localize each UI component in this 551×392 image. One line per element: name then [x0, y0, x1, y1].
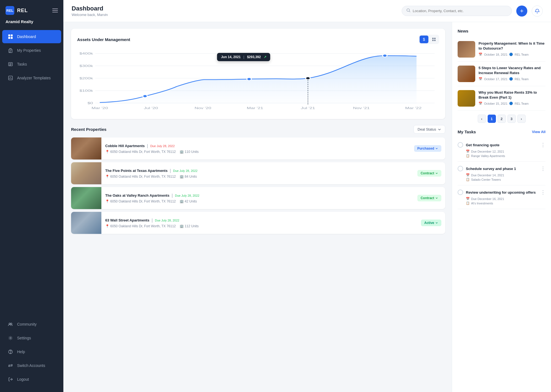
task-item: Review underwriting for upcoming offers … [458, 185, 545, 209]
page-title: Dashboard [72, 5, 108, 12]
property-info: Cobble Hill Apartments | Due July 28, 20… [105, 141, 410, 156]
sidebar-item-my-properties[interactable]: My Properties [2, 44, 61, 57]
task-item-header: Schedule survey and phase 1 ⋮ [458, 166, 545, 172]
property-status-badge[interactable]: Contract [417, 170, 441, 177]
view-all-button[interactable]: View All [532, 130, 545, 134]
property-address: 📍 6050 Oakland Hills Dr, Fort Worth, TX … [105, 150, 410, 154]
property-name-row: 63 Wall Street Apartments | Due July 28,… [105, 218, 417, 223]
news-headline[interactable]: 5 Steps to Lower Vacancy Rates and Incre… [479, 66, 545, 75]
table-icon: 📋 [466, 201, 470, 205]
svg-text:$300k: $300k [79, 64, 93, 68]
logout-icon [8, 377, 13, 382]
task-property: 📋 Range Valley Apartments [466, 154, 545, 158]
news-thumbnail [458, 90, 475, 107]
property-address: 📍 6050 Oakland Hills Dr, Fort Worth, TX … [105, 199, 414, 203]
question-icon [8, 349, 13, 355]
sidebar-item-tasks[interactable]: Tasks [2, 58, 61, 71]
task-meta: 📅 Due December 12, 2021 📋 Range Valley A… [466, 150, 545, 158]
chart-container: $400k $300k $200k $100k $0 [77, 48, 439, 115]
chart-toggle-grid[interactable] [430, 36, 438, 43]
svg-rect-0 [8, 34, 10, 36]
property-due: Due July 28, 2022 [175, 194, 199, 197]
hamburger-menu[interactable] [52, 9, 58, 12]
task-name: Get financing quote [466, 143, 538, 147]
svg-rect-26 [434, 40, 436, 41]
pagination-prev[interactable]: ‹ [478, 115, 486, 123]
search-bar[interactable] [402, 6, 512, 16]
chart-toggle-dollar[interactable]: $ [420, 36, 428, 43]
chevron-down-icon [438, 128, 441, 131]
task-more-button[interactable]: ⋮ [541, 166, 545, 172]
property-list: Cobble Hill Apartments | Due July 28, 20… [71, 137, 445, 234]
svg-text:Mar '21: Mar '21 [247, 106, 263, 110]
svg-text:Nov '21: Nov '21 [353, 106, 370, 110]
news-headline[interactable]: Property Management: When Is it Time to … [479, 41, 545, 51]
news-item: Why you Must Raise Rents 33% to Break Ev… [458, 86, 545, 111]
tooltip-date: Jun 14, 2021 [221, 55, 241, 59]
sidebar-item-dashboard[interactable]: Dashboard [2, 30, 61, 43]
property-status-badge[interactable]: Active [421, 220, 441, 226]
recent-properties-title: Recent Properties [71, 127, 106, 132]
building-icon [8, 48, 13, 53]
news-content: Why you Must Raise Rents 33% to Break Ev… [479, 90, 545, 105]
pagination-next[interactable]: › [517, 115, 526, 123]
calendar-icon: 📅 [466, 197, 470, 201]
task-checkbox[interactable] [458, 190, 463, 195]
add-button[interactable]: + [516, 6, 527, 17]
pagination-page-1[interactable]: 1 [488, 115, 496, 123]
sidebar-item-label: Logout [17, 377, 29, 382]
property-status-badge[interactable]: Purchased [414, 145, 441, 152]
property-image [71, 137, 101, 159]
property-status-badge[interactable]: Contract [417, 195, 441, 201]
property-name-row: The Five Points at Texas Apartments | Du… [105, 168, 414, 173]
sidebar-logo-area: REL REL [0, 0, 63, 19]
task-more-button[interactable]: ⋮ [541, 142, 545, 148]
recent-properties-section: Recent Properties Deal Status [71, 125, 445, 234]
sidebar-item-switch-accounts[interactable]: Switch Accounts [2, 359, 61, 372]
calendar-icon: 📅 [479, 102, 482, 105]
sidebar-item-logout[interactable]: Logout [2, 373, 61, 386]
property-image [71, 187, 101, 209]
chevron-down-icon [435, 197, 438, 199]
task-item: Get financing quote ⋮ 📅 Due December 12,… [458, 138, 545, 162]
svg-rect-3 [11, 37, 13, 39]
sidebar-item-settings[interactable]: Settings [2, 331, 61, 345]
news-date: October 18, 2021 [484, 53, 507, 56]
sidebar-item-community[interactable]: Community [2, 318, 61, 331]
filter-label: Deal Status [418, 127, 436, 131]
property-item: The Oaks at Valley Ranch Apartments | Du… [71, 187, 445, 209]
logo-text: REL [17, 8, 28, 13]
task-meta: 📅 Due December 14, 2021 📋 Salado Center … [466, 173, 545, 181]
notification-bell-button[interactable] [532, 6, 543, 17]
svg-text:$0: $0 [87, 101, 93, 105]
svg-rect-1 [11, 34, 13, 36]
property-image [71, 162, 101, 184]
property-due: Due July 28, 2022 [173, 169, 198, 172]
task-checkbox[interactable] [458, 166, 463, 171]
task-more-button[interactable]: ⋮ [541, 189, 545, 195]
svg-rect-23 [432, 38, 434, 39]
sidebar-item-label: Switch Accounts [17, 363, 45, 368]
company-name: Aramid Realty [0, 19, 63, 29]
property-due: Due July 28, 2022 [155, 219, 179, 222]
task-checkbox[interactable] [458, 142, 463, 148]
sidebar-item-help[interactable]: Help [2, 345, 61, 358]
grid-icon [8, 34, 13, 39]
sidebar-item-label: Community [17, 322, 37, 326]
deal-status-filter[interactable]: Deal Status [414, 125, 445, 134]
tooltip-trend-icon: ↗ [264, 55, 266, 59]
main-content: Dashboard Welcome back, Marvin + [63, 0, 551, 392]
news-headline[interactable]: Why you Must Raise Rents 33% to Break Ev… [479, 90, 545, 100]
svg-point-18 [10, 337, 11, 339]
news-title: News [458, 29, 545, 33]
property-item: The Five Points at Texas Apartments | Du… [71, 162, 445, 184]
sidebar-item-analyzer-templates[interactable]: Analyzer Templates [2, 71, 61, 85]
pagination-page-3[interactable]: 3 [507, 115, 516, 123]
pagination-page-2[interactable]: 2 [498, 115, 506, 123]
chart-title: Assets Under Management [77, 37, 130, 42]
svg-rect-7 [10, 52, 10, 53]
chevron-down-icon [435, 147, 438, 150]
task-property: 📋 Al's Investments [466, 201, 545, 205]
search-input[interactable] [413, 9, 507, 13]
author-icon: 🔵 [509, 102, 513, 105]
